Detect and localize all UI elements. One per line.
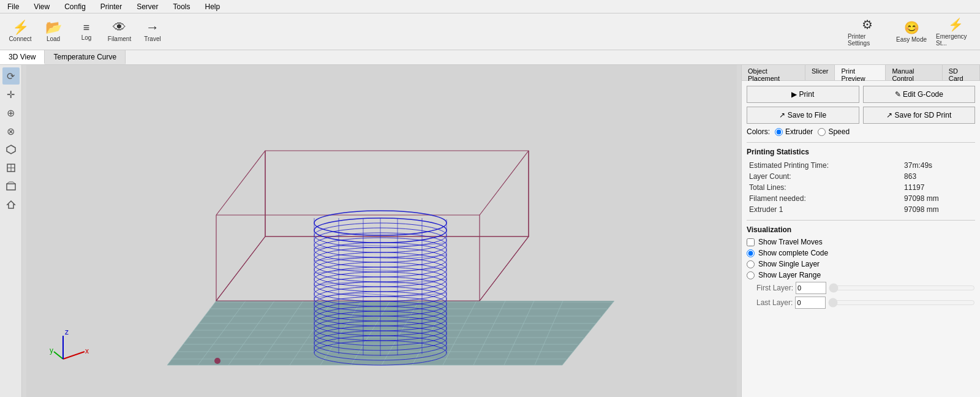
stat-row-extruder: Extruder 1 97098 mm [747,204,975,215]
main-area: ⟳ ✛ ⊕ ⊗ [0,65,980,397]
speed-radio-label[interactable]: Speed [818,127,850,136]
show-travel-moves-checkbox[interactable] [747,238,755,246]
stat-label-filament: Filament needed: [747,193,899,204]
pan-view-icon[interactable]: ✛ [2,86,20,103]
show-complete-code-radio[interactable] [747,249,755,257]
menu-server[interactable]: Server [132,1,163,12]
show-layer-range-radio[interactable] [747,271,755,279]
save-to-file-button[interactable]: ↗ Save to File [747,107,859,124]
first-layer-control: First Layer: [747,282,975,294]
load-button[interactable]: 📂 Load [38,16,69,48]
tab-bar: 3D View Temperature Curve [0,50,980,65]
log-icon: ≡ [83,22,90,33]
menu-view[interactable]: View [29,1,55,12]
first-layer-input[interactable] [796,282,826,294]
visualization-header: Visualization [747,225,975,234]
tab-manual-control[interactable]: Manual Control [886,65,942,80]
tab-slicer[interactable]: Slicer [805,65,835,80]
target-view-icon[interactable]: ⊗ [2,123,20,140]
first-layer-label: First Layer: [756,284,793,292]
colors-row: Colors: Extruder Speed [747,127,975,136]
load-icon: 📂 [45,21,62,34]
edit-gcode-button[interactable]: ✎ Edit G-Code [863,86,976,103]
viewport[interactable]: x y z [22,65,741,397]
travel-icon: → [146,21,159,34]
toolbar: ⚡ Connect 📂 Load ≡ Log 👁 Filament → Trav… [0,13,980,50]
extruder-radio-label[interactable]: Extruder [775,127,813,136]
last-layer-input[interactable] [795,297,826,309]
stat-label-extruder: Extruder 1 [747,204,899,215]
show-travel-moves-option: Show Travel Moves [747,238,975,246]
home-view-icon[interactable] [2,196,20,213]
right-panel: Object Placement Slicer Print Preview Ma… [741,65,980,397]
extruder-radio[interactable] [775,128,783,136]
print-button[interactable]: ▶ Print [747,86,859,103]
show-travel-moves-label: Show Travel Moves [758,238,823,246]
last-layer-slider[interactable] [828,298,975,308]
tab-3d-view[interactable]: 3D View [0,50,45,64]
emergency-stop-icon: ⚡ [948,17,963,32]
show-complete-code-option: Show complete Code [747,249,975,257]
stat-label-layers: Layer Count: [747,171,899,182]
rotate-view-icon[interactable]: ⟳ [2,67,20,85]
show-single-layer-option: Show Single Layer [747,260,975,268]
show-single-layer-label: Show Single Layer [758,260,820,268]
svg-marker-0 [7,145,15,154]
perspective-view-icon[interactable] [2,178,20,195]
show-complete-code-label: Show complete Code [758,249,828,257]
stat-row-lines: Total Lines: 11197 [747,182,975,193]
menu-config[interactable]: Config [59,1,91,12]
top-view-icon[interactable] [2,159,20,176]
stat-value-layers: 863 [899,171,975,182]
printing-statistics-table: Estimated Printing Time: 37m:49s Layer C… [747,160,975,215]
stat-label-lines: Total Lines: [747,182,899,193]
tab-temperature-curve[interactable]: Temperature Curve [45,50,126,64]
travel-button[interactable]: → Travel [137,16,168,48]
menu-help[interactable]: Help [200,1,225,12]
tab-print-preview[interactable]: Print Preview [835,65,886,80]
grid-platform [167,301,614,365]
viewport-svg: x y z [22,65,741,397]
menu-file[interactable]: File [2,1,24,12]
speed-radio[interactable] [818,128,826,136]
svg-marker-10 [167,301,614,365]
first-layer-slider[interactable] [829,283,975,293]
svg-text:y: y [50,346,53,355]
colors-label: Colors: [747,127,770,136]
right-panel-tabs: Object Placement Slicer Print Preview Ma… [742,65,980,81]
menu-printer[interactable]: Printer [96,1,127,12]
divider-1 [747,142,975,143]
stat-row-layers: Layer Count: 863 [747,171,975,182]
tab-sd-card[interactable]: SD Card [943,65,980,80]
svg-point-46 [214,358,221,364]
menu-tools[interactable]: Tools [168,1,195,12]
action-row-2: ↗ Save to File ↗ Save for SD Print [747,107,975,124]
last-layer-control: Last Layer: [747,297,975,309]
svg-marker-8 [7,201,15,208]
tab-object-placement[interactable]: Object Placement [742,65,805,80]
right-panel-content: ▶ Print ✎ Edit G-Code ↗ Save to File ↗ S… [742,81,980,397]
left-sidebar: ⟳ ✛ ⊕ ⊗ [0,65,22,397]
last-layer-label: Last Layer: [756,298,793,307]
stat-row-time: Estimated Printing Time: 37m:49s [747,160,975,171]
action-row-1: ▶ Print ✎ Edit G-Code [747,86,975,103]
stat-value-time: 37m:49s [899,160,975,171]
save-for-sd-button[interactable]: ↗ Save for SD Print [863,107,976,124]
svg-text:z: z [65,328,69,336]
show-layer-range-option: Show Layer Range [747,271,975,279]
svg-text:x: x [85,347,89,355]
show-single-layer-radio[interactable] [747,260,755,268]
easy-mode-button[interactable]: 😊 Easy Mode [892,20,931,43]
filament-icon: 👁 [113,21,126,34]
emergency-stop-button[interactable]: ⚡ Emergency St... [936,17,975,47]
stat-label-time: Estimated Printing Time: [747,160,899,171]
filament-button[interactable]: 👁 Filament [104,16,135,48]
zoom-view-icon[interactable]: ⊕ [2,104,20,121]
stat-row-filament: Filament needed: 97098 mm [747,193,975,204]
isometric-view-icon[interactable] [2,141,20,158]
toolbar-right: ⚙ Printer Settings 😊 Easy Mode ⚡ Emergen… [848,17,975,47]
connect-button[interactable]: ⚡ Connect [5,16,36,48]
log-button[interactable]: ≡ Log [71,16,102,48]
connect-icon: ⚡ [12,21,29,34]
printer-settings-button[interactable]: ⚙ Printer Settings [848,17,887,47]
